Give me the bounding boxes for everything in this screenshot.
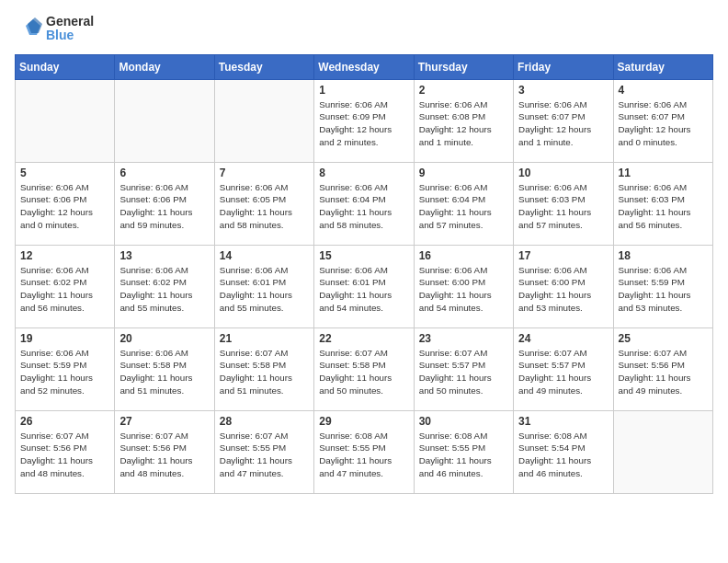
day-number: 30	[419, 415, 508, 428]
week-row-1: 1Sunrise: 6:06 AM Sunset: 6:09 PM Daylig…	[16, 79, 713, 162]
day-number: 19	[20, 332, 109, 345]
day-number: 21	[220, 332, 309, 345]
weekday-header-sunday: Sunday	[16, 54, 115, 79]
week-row-4: 19Sunrise: 6:06 AM Sunset: 5:59 PM Dayli…	[16, 327, 713, 410]
calendar-cell: 8Sunrise: 6:06 AM Sunset: 6:04 PM Daylig…	[314, 162, 414, 245]
calendar-cell: 20Sunrise: 6:06 AM Sunset: 5:58 PM Dayli…	[115, 327, 214, 410]
calendar-cell: 19Sunrise: 6:06 AM Sunset: 5:59 PM Dayli…	[16, 327, 115, 410]
calendar-cell: 24Sunrise: 6:07 AM Sunset: 5:57 PM Dayli…	[514, 327, 613, 410]
day-number: 24	[518, 332, 608, 345]
day-number: 20	[119, 332, 209, 345]
day-info: Sunrise: 6:06 AM Sunset: 6:03 PM Dayligh…	[518, 181, 608, 232]
day-number: 15	[319, 249, 408, 262]
day-info: Sunrise: 6:07 AM Sunset: 5:58 PM Dayligh…	[220, 347, 309, 397]
day-number: 5	[20, 167, 109, 179]
calendar-cell: 21Sunrise: 6:07 AM Sunset: 5:58 PM Dayli…	[214, 327, 313, 410]
day-number: 29	[319, 415, 408, 428]
weekday-header-row: SundayMondayTuesdayWednesdayThursdayFrid…	[16, 54, 713, 79]
week-row-2: 5Sunrise: 6:06 AM Sunset: 6:06 PM Daylig…	[16, 162, 713, 245]
calendar-cell: 29Sunrise: 6:08 AM Sunset: 5:55 PM Dayli…	[314, 410, 414, 493]
calendar-cell: 27Sunrise: 6:07 AM Sunset: 5:56 PM Dayli…	[115, 410, 214, 493]
day-info: Sunrise: 6:06 AM Sunset: 5:58 PM Dayligh…	[119, 347, 209, 397]
day-number: 25	[619, 332, 708, 345]
day-info: Sunrise: 6:06 AM Sunset: 6:00 PM Dayligh…	[518, 264, 608, 315]
calendar-cell: 14Sunrise: 6:06 AM Sunset: 6:01 PM Dayli…	[214, 245, 313, 327]
calendar-cell	[613, 410, 712, 493]
calendar-cell: 18Sunrise: 6:06 AM Sunset: 5:59 PM Dayli…	[613, 245, 712, 327]
day-info: Sunrise: 6:08 AM Sunset: 5:54 PM Dayligh…	[518, 430, 608, 480]
day-number: 27	[119, 415, 209, 428]
logo: General Blue	[15, 15, 94, 43]
page-header: General Blue	[15, 15, 713, 43]
day-number: 11	[619, 167, 708, 179]
day-info: Sunrise: 6:07 AM Sunset: 5:57 PM Dayligh…	[419, 347, 508, 397]
weekday-header-thursday: Thursday	[414, 54, 513, 79]
day-number: 13	[119, 249, 209, 262]
day-info: Sunrise: 6:06 AM Sunset: 5:59 PM Dayligh…	[20, 347, 109, 397]
calendar-cell: 16Sunrise: 6:06 AM Sunset: 6:00 PM Dayli…	[414, 245, 513, 327]
day-number: 4	[619, 84, 708, 97]
day-info: Sunrise: 6:06 AM Sunset: 6:08 PM Dayligh…	[419, 98, 508, 149]
day-number: 2	[419, 84, 508, 97]
calendar-table: SundayMondayTuesdayWednesdayThursdayFrid…	[15, 54, 713, 494]
calendar-cell: 12Sunrise: 6:06 AM Sunset: 6:02 PM Dayli…	[16, 245, 115, 327]
calendar-cell: 17Sunrise: 6:06 AM Sunset: 6:00 PM Dayli…	[514, 245, 613, 327]
day-info: Sunrise: 6:07 AM Sunset: 5:56 PM Dayligh…	[619, 347, 708, 397]
day-info: Sunrise: 6:06 AM Sunset: 6:02 PM Dayligh…	[119, 264, 209, 315]
logo-svg	[15, 15, 42, 42]
day-info: Sunrise: 6:06 AM Sunset: 6:02 PM Dayligh…	[20, 264, 109, 315]
calendar-cell: 28Sunrise: 6:07 AM Sunset: 5:55 PM Dayli…	[214, 410, 313, 493]
calendar-cell: 31Sunrise: 6:08 AM Sunset: 5:54 PM Dayli…	[514, 410, 613, 493]
calendar-cell: 11Sunrise: 6:06 AM Sunset: 6:03 PM Dayli…	[613, 162, 712, 245]
calendar-cell: 4Sunrise: 6:06 AM Sunset: 6:07 PM Daylig…	[613, 79, 712, 162]
day-info: Sunrise: 6:06 AM Sunset: 6:01 PM Dayligh…	[220, 264, 309, 315]
logo-blue: Blue	[46, 29, 94, 42]
calendar-cell: 22Sunrise: 6:07 AM Sunset: 5:58 PM Dayli…	[314, 327, 414, 410]
day-number: 3	[518, 84, 608, 97]
calendar-cell: 6Sunrise: 6:06 AM Sunset: 6:06 PM Daylig…	[115, 162, 214, 245]
day-number: 7	[220, 167, 309, 179]
calendar-cell: 5Sunrise: 6:06 AM Sunset: 6:06 PM Daylig…	[16, 162, 115, 245]
day-info: Sunrise: 6:06 AM Sunset: 6:00 PM Dayligh…	[419, 264, 508, 315]
day-info: Sunrise: 6:06 AM Sunset: 6:07 PM Dayligh…	[619, 98, 708, 149]
day-number: 17	[518, 249, 608, 262]
day-info: Sunrise: 6:06 AM Sunset: 6:04 PM Dayligh…	[319, 181, 408, 232]
calendar-cell	[16, 79, 115, 162]
calendar-cell: 3Sunrise: 6:06 AM Sunset: 6:07 PM Daylig…	[514, 79, 613, 162]
day-number: 6	[119, 167, 209, 179]
day-number: 31	[518, 415, 608, 428]
day-number: 23	[419, 332, 508, 345]
week-row-3: 12Sunrise: 6:06 AM Sunset: 6:02 PM Dayli…	[16, 245, 713, 327]
day-info: Sunrise: 6:07 AM Sunset: 5:56 PM Dayligh…	[119, 430, 209, 480]
calendar-cell: 9Sunrise: 6:06 AM Sunset: 6:04 PM Daylig…	[414, 162, 513, 245]
weekday-header-monday: Monday	[115, 54, 214, 79]
calendar-cell: 26Sunrise: 6:07 AM Sunset: 5:56 PM Dayli…	[16, 410, 115, 493]
day-number: 1	[319, 84, 408, 97]
day-info: Sunrise: 6:06 AM Sunset: 6:05 PM Dayligh…	[220, 181, 309, 232]
day-info: Sunrise: 6:08 AM Sunset: 5:55 PM Dayligh…	[319, 430, 408, 480]
day-info: Sunrise: 6:08 AM Sunset: 5:55 PM Dayligh…	[419, 430, 508, 480]
day-info: Sunrise: 6:06 AM Sunset: 6:07 PM Dayligh…	[518, 98, 608, 149]
calendar-cell: 1Sunrise: 6:06 AM Sunset: 6:09 PM Daylig…	[314, 79, 414, 162]
day-number: 14	[220, 249, 309, 262]
day-info: Sunrise: 6:06 AM Sunset: 6:03 PM Dayligh…	[619, 181, 708, 232]
calendar-cell	[115, 79, 214, 162]
day-number: 10	[518, 167, 608, 179]
calendar-cell: 15Sunrise: 6:06 AM Sunset: 6:01 PM Dayli…	[314, 245, 414, 327]
day-number: 28	[220, 415, 309, 428]
day-info: Sunrise: 6:07 AM Sunset: 5:55 PM Dayligh…	[220, 430, 309, 480]
calendar-cell	[214, 79, 313, 162]
weekday-header-tuesday: Tuesday	[214, 54, 313, 79]
day-number: 8	[319, 167, 408, 179]
calendar-cell: 25Sunrise: 6:07 AM Sunset: 5:56 PM Dayli…	[613, 327, 712, 410]
day-number: 16	[419, 249, 508, 262]
calendar-cell: 30Sunrise: 6:08 AM Sunset: 5:55 PM Dayli…	[414, 410, 513, 493]
day-info: Sunrise: 6:07 AM Sunset: 5:57 PM Dayligh…	[518, 347, 608, 397]
day-number: 18	[619, 249, 708, 262]
day-number: 22	[319, 332, 408, 345]
calendar-cell: 10Sunrise: 6:06 AM Sunset: 6:03 PM Dayli…	[514, 162, 613, 245]
day-info: Sunrise: 6:06 AM Sunset: 5:59 PM Dayligh…	[619, 264, 708, 315]
logo-general: General	[46, 15, 94, 29]
day-info: Sunrise: 6:06 AM Sunset: 6:06 PM Dayligh…	[119, 181, 209, 232]
calendar-cell: 13Sunrise: 6:06 AM Sunset: 6:02 PM Dayli…	[115, 245, 214, 327]
